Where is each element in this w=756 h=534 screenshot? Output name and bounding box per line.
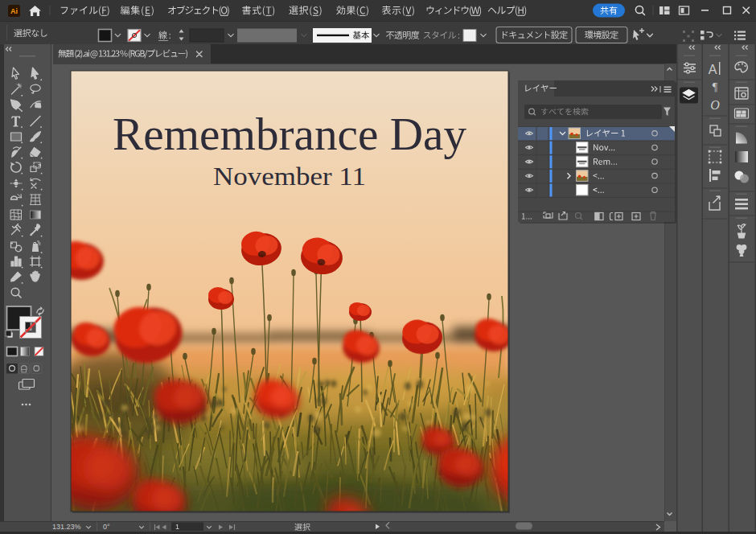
svg-text:¶: ¶ — [713, 81, 718, 93]
svg-text:1: 1 — [175, 523, 179, 531]
svg-text:O: O — [710, 98, 720, 112]
svg-text:0°: 0° — [103, 523, 110, 531]
svg-text:Remembrance Day: Remembrance Day — [113, 109, 466, 159]
svg-text:131.23%: 131.23% — [52, 523, 81, 531]
svg-text:Ai: Ai — [10, 7, 18, 15]
svg-text:November 11: November 11 — [213, 162, 366, 191]
svg-text:A: A — [709, 63, 717, 76]
